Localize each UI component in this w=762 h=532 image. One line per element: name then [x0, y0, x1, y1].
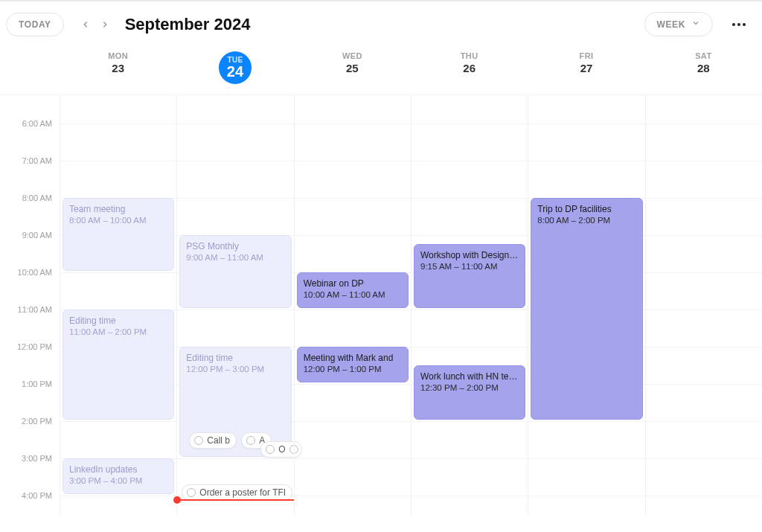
- prev-week-icon[interactable]: [77, 16, 94, 33]
- hour-label: 2:00 PM: [22, 417, 52, 426]
- event-title: Workshop with Design Team: [420, 249, 519, 261]
- month-title: September 2024: [125, 15, 251, 34]
- event-title: Editing time: [69, 315, 167, 327]
- time-gutter: 6:00 AM7:00 AM8:00 AM9:00 AM10:00 AM11:0…: [0, 95, 60, 516]
- day-column[interactable]: Team meeting8:00 AM – 10:00 AMEditing ti…: [60, 95, 176, 516]
- event-time: 11:00 AM – 2:00 PM: [69, 327, 167, 339]
- calendar-event[interactable]: Work lunch with HN team12:30 PM – 2:00 P…: [414, 365, 525, 420]
- hour-label: 3:00 PM: [22, 454, 52, 463]
- event-time: 8:00 AM – 2:00 PM: [537, 215, 635, 227]
- next-week-icon[interactable]: [97, 16, 113, 33]
- day-column[interactable]: Trip to DP facilities8:00 AM – 2:00 PM: [528, 95, 644, 516]
- day-header[interactable]: FRI27: [528, 47, 644, 94]
- calendar-event[interactable]: Editing time11:00 AM – 2:00 PM: [63, 310, 174, 420]
- calendar-grid[interactable]: 6:00 AM7:00 AM8:00 AM9:00 AM10:00 AM11:0…: [0, 95, 762, 516]
- task-chip[interactable]: Call b: [189, 432, 237, 449]
- task-label: Call b: [207, 435, 230, 446]
- calendar-event[interactable]: PSG Monthly9:00 AM – 11:00 AM: [179, 235, 291, 308]
- day-column[interactable]: [645, 95, 762, 516]
- day-header[interactable]: THU26: [411, 47, 528, 94]
- calendar-event[interactable]: Trip to DP facilities8:00 AM – 2:00 PM: [531, 198, 642, 420]
- view-switch-button[interactable]: WEEK: [644, 12, 713, 36]
- event-title: Webinar on DP: [304, 278, 402, 289]
- task-checkbox-icon[interactable]: [266, 445, 275, 454]
- hour-label: 6:00 AM: [22, 119, 52, 128]
- hour-label: 12:00 PM: [17, 342, 52, 351]
- task-chip[interactable]: Order a poster for TFI: [182, 484, 292, 501]
- day-column[interactable]: PSG Monthly9:00 AM – 11:00 AMEditing tim…: [176, 95, 293, 516]
- task-label: O: [278, 444, 285, 455]
- chevron-down-icon: [691, 19, 700, 30]
- day-header[interactable]: WED25: [294, 47, 411, 94]
- more-menu-button[interactable]: [728, 19, 750, 31]
- event-time: 9:00 AM – 11:00 AM: [186, 252, 284, 264]
- event-title: Meeting with Mark and: [304, 352, 402, 364]
- day-number: 28: [645, 62, 762, 74]
- day-name: THU: [411, 51, 528, 60]
- calendar-event[interactable]: Webinar on DP10:00 AM – 11:00 AM: [297, 272, 409, 308]
- hour-label: 11:00 AM: [18, 305, 52, 314]
- calendar-event[interactable]: Workshop with Design Team9:15 AM – 11:00…: [414, 244, 525, 308]
- day-name: WED: [294, 51, 411, 60]
- task-label: Order a poster for TFI: [199, 487, 286, 498]
- calendar-event[interactable]: Team meeting8:00 AM – 10:00 AM: [63, 198, 174, 271]
- day-header[interactable]: SAT28: [645, 47, 762, 94]
- days-header: MON23TUE24WED25THU26FRI27SAT28: [0, 47, 762, 95]
- event-time: 8:00 AM – 10:00 AM: [69, 215, 167, 227]
- day-number: 27: [528, 62, 644, 74]
- hour-label: 8:00 AM: [22, 193, 52, 202]
- today-button[interactable]: TODAY: [6, 13, 64, 36]
- day-column[interactable]: Webinar on DP10:00 AM – 11:00 AMMeeting …: [294, 95, 411, 516]
- hour-label: 10:00 AM: [18, 268, 52, 277]
- day-number: 24: [227, 64, 243, 79]
- day-column[interactable]: Workshop with Design Team9:15 AM – 11:00…: [411, 95, 528, 516]
- event-title: Team meeting: [69, 203, 167, 215]
- day-name: SAT: [645, 51, 762, 60]
- calendar-event[interactable]: LinkedIn updates3:00 PM – 4:00 PM: [63, 458, 174, 494]
- hour-label: 1:00 PM: [22, 379, 52, 388]
- toolbar: TODAY September 2024 WEEK: [0, 1, 762, 47]
- event-time: 3:00 PM – 4:00 PM: [69, 475, 167, 487]
- view-switch-label: WEEK: [657, 19, 685, 30]
- event-title: LinkedIn updates: [69, 464, 167, 475]
- task-checkbox-icon[interactable]: [194, 436, 203, 445]
- day-number: 23: [60, 62, 176, 74]
- day-number: 25: [294, 62, 411, 74]
- event-time: 12:00 PM – 3:00 PM: [186, 364, 284, 376]
- event-time: 12:30 PM – 2:00 PM: [420, 382, 519, 394]
- current-time-indicator: [177, 499, 293, 501]
- event-title: Work lunch with HN team: [420, 371, 519, 382]
- event-time: 9:15 AM – 11:00 AM: [420, 261, 519, 273]
- task-checkbox-icon[interactable]: [246, 436, 255, 445]
- event-title: Trip to DP facilities: [537, 203, 635, 215]
- day-name: MON: [60, 51, 176, 60]
- event-time: 10:00 AM – 11:00 AM: [304, 289, 402, 301]
- calendar-event[interactable]: Meeting with Mark and12:00 PM – 1:00 PM: [297, 347, 409, 382]
- hour-label: 9:00 AM: [22, 231, 52, 240]
- day-header[interactable]: MON23: [60, 47, 176, 94]
- task-checkbox-icon[interactable]: [187, 488, 196, 497]
- day-header[interactable]: TUE24: [176, 47, 293, 94]
- hour-label: 7:00 AM: [22, 156, 52, 165]
- event-title: Editing time: [186, 352, 284, 364]
- event-title: PSG Monthly: [186, 240, 284, 252]
- day-name: FRI: [528, 51, 644, 60]
- nav-arrows: [77, 16, 113, 33]
- day-number: 26: [411, 62, 528, 74]
- hour-label: 4:00 PM: [22, 491, 52, 500]
- event-time: 12:00 PM – 1:00 PM: [304, 364, 402, 376]
